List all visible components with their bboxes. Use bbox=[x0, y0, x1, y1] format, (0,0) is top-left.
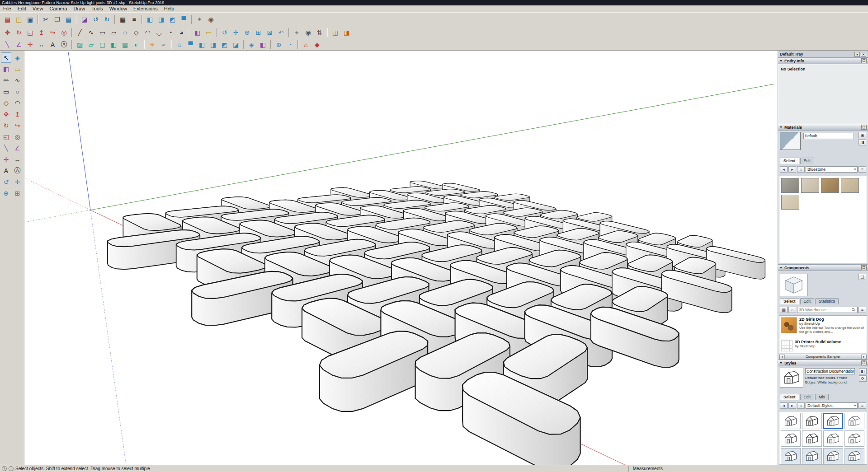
material-swatch-bluestone-gray[interactable] bbox=[781, 178, 799, 193]
position-camera-tool-icon[interactable]: ⌖ bbox=[292, 28, 302, 38]
arc-tool-icon[interactable]: ◠ bbox=[12, 98, 23, 108]
components-home-icon[interactable]: ⌂ bbox=[788, 307, 796, 313]
style-refresh-icon[interactable]: ⟳ bbox=[859, 375, 867, 382]
pan-tool-icon[interactable]: ✛ bbox=[12, 177, 23, 187]
protractor-tool-icon[interactable]: ∠ bbox=[14, 40, 24, 50]
copy-tool-icon[interactable]: ❐ bbox=[52, 14, 62, 24]
undo-tool-icon[interactable]: ↺ bbox=[90, 14, 101, 24]
pie-tool-icon[interactable]: ◕ bbox=[176, 28, 187, 38]
two-point-arc-tool-icon[interactable]: ◡ bbox=[154, 28, 164, 38]
shadows-tool-icon[interactable]: ☀ bbox=[147, 40, 157, 50]
styles-tab-select[interactable]: Select bbox=[780, 394, 799, 400]
polygon-tool-icon[interactable]: ◇ bbox=[1, 98, 11, 108]
cut-tool-icon[interactable]: ✂ bbox=[41, 14, 51, 24]
zoom-photo-tool-icon[interactable]: ⊕ bbox=[274, 40, 284, 50]
select-tool-icon[interactable]: ↖ bbox=[1, 52, 11, 63]
rotate-tool-icon[interactable]: ↻ bbox=[1, 120, 11, 131]
components-detach-icon[interactable]: ❐ bbox=[861, 265, 867, 270]
component-pane-button[interactable]: ❏ bbox=[859, 274, 866, 280]
style-preview[interactable] bbox=[780, 368, 803, 388]
view-top-tool-icon[interactable]: ▀ bbox=[179, 14, 189, 24]
components-view-button[interactable]: ▦ bbox=[780, 307, 788, 313]
follow-me-tool-icon[interactable]: ↪ bbox=[47, 28, 58, 38]
styles-tab-edit[interactable]: Edit bbox=[800, 394, 815, 400]
section-fill-tool-icon[interactable]: ◨ bbox=[341, 28, 352, 38]
std-view-back-tool-icon[interactable]: ◩ bbox=[219, 40, 230, 50]
styles-tab-mix[interactable]: Mix bbox=[815, 394, 829, 400]
zoom-tool-icon[interactable]: ⊕ bbox=[1, 188, 11, 198]
info-icon[interactable]: i bbox=[9, 466, 14, 471]
search-icon[interactable] bbox=[852, 308, 856, 312]
extension-warehouse-tool-icon[interactable]: ◆ bbox=[312, 40, 322, 50]
section-plane-tool-icon[interactable]: ◫ bbox=[330, 28, 340, 38]
monochrome-tool-icon[interactable]: ◐ bbox=[131, 40, 142, 50]
materials-back-button[interactable]: ◂ bbox=[780, 166, 788, 173]
materials-collection-dropdown[interactable]: Bluestone ▾ bbox=[806, 166, 858, 173]
scale-tool-icon[interactable]: ◱ bbox=[25, 28, 35, 38]
new-tool-icon[interactable]: ▤ bbox=[2, 14, 13, 24]
menu-view[interactable]: View bbox=[29, 5, 47, 12]
components-search-box[interactable] bbox=[797, 307, 858, 313]
components-search-input[interactable] bbox=[799, 308, 852, 312]
eraser-tool-icon[interactable]: ▭ bbox=[12, 64, 23, 74]
material-swatch-bluestone-sand[interactable] bbox=[781, 195, 799, 210]
pan-tool-icon[interactable]: ✛ bbox=[231, 28, 241, 38]
make-component-tool-icon[interactable]: ◈ bbox=[246, 40, 257, 50]
view-iso-tool-icon[interactable]: ◩ bbox=[167, 14, 178, 24]
component-item[interactable]: 2D Girls Dogby SketchUpUse the Interact … bbox=[779, 316, 867, 338]
components-header[interactable]: ▼ Components ❐ bbox=[778, 264, 868, 271]
orbit-tool-icon[interactable]: ↺ bbox=[1, 177, 11, 187]
components-details-button[interactable]: ≡ bbox=[859, 307, 866, 313]
component-item[interactable]: 3D Printer Build Volumeby SketchUp bbox=[779, 338, 867, 353]
components-collection-back[interactable]: ◂ bbox=[779, 355, 785, 359]
circle-tool-icon[interactable]: ○ bbox=[120, 28, 130, 38]
material-name-field[interactable] bbox=[803, 133, 854, 139]
text-tool-icon[interactable]: A bbox=[1, 165, 11, 176]
style-thumb-4[interactable] bbox=[844, 413, 864, 429]
std-view-top-tool-icon[interactable]: ▀ bbox=[185, 40, 196, 50]
rotate-tool-icon[interactable]: ↻ bbox=[14, 28, 24, 38]
walk-tool-icon[interactable]: ⇅ bbox=[314, 28, 325, 38]
style-thumb-12[interactable] bbox=[844, 448, 864, 464]
styles-header[interactable]: ▼ Styles ❐ bbox=[778, 360, 868, 366]
offset-tool-icon[interactable]: ◎ bbox=[12, 131, 23, 142]
style-thumb-2[interactable] bbox=[802, 413, 822, 429]
material-preview[interactable] bbox=[780, 132, 801, 150]
eraser-tool-icon[interactable]: ▭ bbox=[203, 28, 214, 38]
styles-details-button[interactable]: ≡ bbox=[859, 402, 866, 409]
orbit-tool-icon[interactable]: ↺ bbox=[219, 28, 230, 38]
style-thumb-9[interactable] bbox=[781, 448, 801, 464]
view-back-tool-icon[interactable]: ◨ bbox=[156, 14, 166, 24]
style-thumb-3[interactable] bbox=[823, 413, 843, 429]
previous-view-tool-icon[interactable]: ↶ bbox=[276, 28, 286, 38]
styles-collection-dropdown[interactable]: Default Styles ▾ bbox=[806, 402, 858, 409]
dimension-tool-icon[interactable]: ↔ bbox=[12, 154, 23, 164]
paint-tool-icon[interactable]: ◧ bbox=[258, 40, 268, 50]
style-thumb-5[interactable] bbox=[781, 430, 801, 447]
arc-tool-icon[interactable]: ◠ bbox=[142, 28, 153, 38]
material-swatch-bluestone-buff[interactable] bbox=[801, 178, 819, 193]
style-thumb-10[interactable] bbox=[802, 448, 822, 464]
materials-detach-icon[interactable]: ❐ bbox=[861, 125, 867, 130]
3d-text-tool-icon[interactable]: Ⓐ bbox=[59, 40, 69, 50]
menu-help[interactable]: Help bbox=[161, 5, 178, 12]
style-thumb-11[interactable] bbox=[823, 448, 843, 464]
hidden-line-tool-icon[interactable]: ▢ bbox=[97, 40, 108, 50]
components-tab-statistics[interactable]: Statistics bbox=[815, 298, 839, 304]
materials-tab-select[interactable]: Select bbox=[780, 158, 799, 164]
rotated-rectangle-tool-icon[interactable]: ▱ bbox=[108, 28, 119, 38]
walk-tool-tool-icon[interactable]: ⌖ bbox=[194, 14, 205, 24]
model-info-tool-icon[interactable]: ≡ bbox=[129, 14, 139, 24]
3d-text-tool-icon[interactable]: Ⓐ bbox=[12, 165, 23, 176]
zoom-extents-tool-icon[interactable]: ⊠ bbox=[264, 28, 275, 38]
shaded-textures-tool-icon[interactable]: ▦ bbox=[120, 40, 130, 50]
zoom-extents-tool-icon[interactable]: ⊞ bbox=[12, 188, 23, 198]
print-tool-icon[interactable]: ▦ bbox=[118, 14, 128, 24]
menu-camera[interactable]: Camera bbox=[46, 5, 70, 12]
menu-window[interactable]: Window bbox=[106, 5, 130, 12]
paste-tool-icon[interactable]: ▤ bbox=[63, 14, 74, 24]
polygon-tool-icon[interactable]: ◇ bbox=[131, 28, 142, 38]
component-preview[interactable] bbox=[780, 274, 808, 296]
wireframe-tool-icon[interactable]: ▱ bbox=[86, 40, 96, 50]
materials-home-icon[interactable]: ⌂ bbox=[797, 166, 805, 173]
